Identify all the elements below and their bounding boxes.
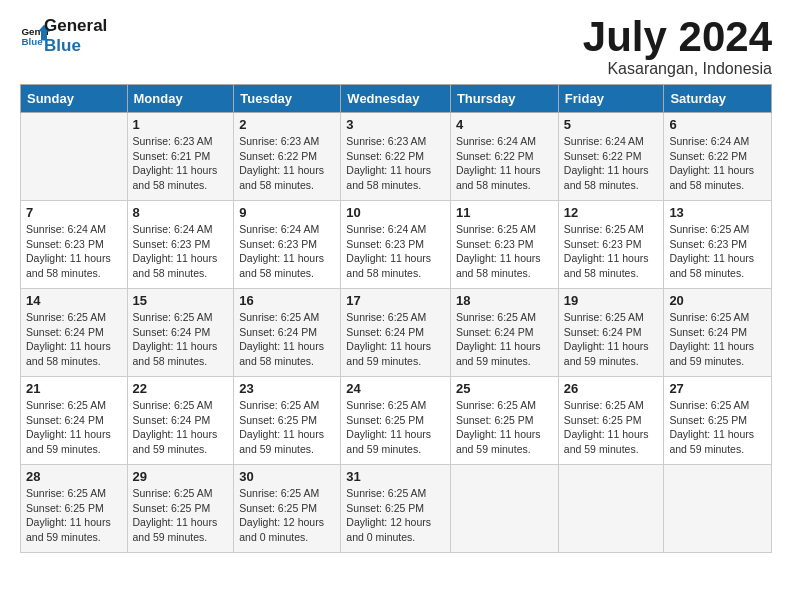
- day-number: 12: [564, 205, 659, 220]
- day-info: Sunrise: 6:25 AMSunset: 6:24 PMDaylight:…: [564, 310, 659, 369]
- day-cell: 3Sunrise: 6:23 AMSunset: 6:22 PMDaylight…: [341, 113, 451, 201]
- day-cell: [558, 465, 664, 553]
- day-cell: 22Sunrise: 6:25 AMSunset: 6:24 PMDayligh…: [127, 377, 234, 465]
- day-number: 3: [346, 117, 445, 132]
- day-cell: 29Sunrise: 6:25 AMSunset: 6:25 PMDayligh…: [127, 465, 234, 553]
- weekday-header-thursday: Thursday: [450, 85, 558, 113]
- week-row-3: 14Sunrise: 6:25 AMSunset: 6:24 PMDayligh…: [21, 289, 772, 377]
- day-number: 9: [239, 205, 335, 220]
- page-header: General Blue General Blue July 2024 Kasa…: [20, 16, 772, 78]
- location-title: Kasarangan, Indonesia: [583, 60, 772, 78]
- day-cell: 19Sunrise: 6:25 AMSunset: 6:24 PMDayligh…: [558, 289, 664, 377]
- day-info: Sunrise: 6:25 AMSunset: 6:25 PMDaylight:…: [346, 486, 445, 545]
- logo: General Blue General Blue: [20, 16, 107, 57]
- day-number: 17: [346, 293, 445, 308]
- day-info: Sunrise: 6:25 AMSunset: 6:25 PMDaylight:…: [26, 486, 122, 545]
- day-number: 23: [239, 381, 335, 396]
- day-cell: [664, 465, 772, 553]
- day-number: 6: [669, 117, 766, 132]
- day-cell: [450, 465, 558, 553]
- day-cell: 27Sunrise: 6:25 AMSunset: 6:25 PMDayligh…: [664, 377, 772, 465]
- day-number: 13: [669, 205, 766, 220]
- day-cell: 26Sunrise: 6:25 AMSunset: 6:25 PMDayligh…: [558, 377, 664, 465]
- day-info: Sunrise: 6:25 AMSunset: 6:24 PMDaylight:…: [133, 398, 229, 457]
- day-number: 21: [26, 381, 122, 396]
- day-info: Sunrise: 6:25 AMSunset: 6:24 PMDaylight:…: [26, 398, 122, 457]
- day-number: 14: [26, 293, 122, 308]
- title-block: July 2024 Kasarangan, Indonesia: [583, 16, 772, 78]
- day-cell: 6Sunrise: 6:24 AMSunset: 6:22 PMDaylight…: [664, 113, 772, 201]
- day-info: Sunrise: 6:25 AMSunset: 6:23 PMDaylight:…: [456, 222, 553, 281]
- day-info: Sunrise: 6:25 AMSunset: 6:25 PMDaylight:…: [456, 398, 553, 457]
- day-number: 18: [456, 293, 553, 308]
- day-number: 5: [564, 117, 659, 132]
- day-cell: 15Sunrise: 6:25 AMSunset: 6:24 PMDayligh…: [127, 289, 234, 377]
- day-cell: 28Sunrise: 6:25 AMSunset: 6:25 PMDayligh…: [21, 465, 128, 553]
- day-cell: 9Sunrise: 6:24 AMSunset: 6:23 PMDaylight…: [234, 201, 341, 289]
- day-cell: 11Sunrise: 6:25 AMSunset: 6:23 PMDayligh…: [450, 201, 558, 289]
- day-info: Sunrise: 6:25 AMSunset: 6:25 PMDaylight:…: [564, 398, 659, 457]
- day-info: Sunrise: 6:24 AMSunset: 6:22 PMDaylight:…: [456, 134, 553, 193]
- day-info: Sunrise: 6:25 AMSunset: 6:25 PMDaylight:…: [669, 398, 766, 457]
- day-info: Sunrise: 6:23 AMSunset: 6:22 PMDaylight:…: [346, 134, 445, 193]
- logo-blue: Blue: [44, 36, 107, 56]
- day-cell: 25Sunrise: 6:25 AMSunset: 6:25 PMDayligh…: [450, 377, 558, 465]
- day-info: Sunrise: 6:25 AMSunset: 6:24 PMDaylight:…: [456, 310, 553, 369]
- day-number: 2: [239, 117, 335, 132]
- day-info: Sunrise: 6:25 AMSunset: 6:25 PMDaylight:…: [133, 486, 229, 545]
- week-row-5: 28Sunrise: 6:25 AMSunset: 6:25 PMDayligh…: [21, 465, 772, 553]
- day-info: Sunrise: 6:25 AMSunset: 6:23 PMDaylight:…: [669, 222, 766, 281]
- day-info: Sunrise: 6:25 AMSunset: 6:25 PMDaylight:…: [346, 398, 445, 457]
- weekday-header-friday: Friday: [558, 85, 664, 113]
- day-cell: 13Sunrise: 6:25 AMSunset: 6:23 PMDayligh…: [664, 201, 772, 289]
- day-number: 25: [456, 381, 553, 396]
- svg-text:Blue: Blue: [22, 36, 44, 47]
- day-cell: 24Sunrise: 6:25 AMSunset: 6:25 PMDayligh…: [341, 377, 451, 465]
- day-number: 1: [133, 117, 229, 132]
- day-info: Sunrise: 6:25 AMSunset: 6:24 PMDaylight:…: [26, 310, 122, 369]
- day-info: Sunrise: 6:23 AMSunset: 6:21 PMDaylight:…: [133, 134, 229, 193]
- weekday-header-row: SundayMondayTuesdayWednesdayThursdayFrid…: [21, 85, 772, 113]
- day-cell: 10Sunrise: 6:24 AMSunset: 6:23 PMDayligh…: [341, 201, 451, 289]
- day-number: 20: [669, 293, 766, 308]
- day-number: 27: [669, 381, 766, 396]
- day-cell: 18Sunrise: 6:25 AMSunset: 6:24 PMDayligh…: [450, 289, 558, 377]
- day-info: Sunrise: 6:25 AMSunset: 6:24 PMDaylight:…: [133, 310, 229, 369]
- day-info: Sunrise: 6:24 AMSunset: 6:23 PMDaylight:…: [346, 222, 445, 281]
- day-info: Sunrise: 6:24 AMSunset: 6:23 PMDaylight:…: [26, 222, 122, 281]
- day-cell: 5Sunrise: 6:24 AMSunset: 6:22 PMDaylight…: [558, 113, 664, 201]
- day-info: Sunrise: 6:24 AMSunset: 6:22 PMDaylight:…: [564, 134, 659, 193]
- day-number: 31: [346, 469, 445, 484]
- day-number: 8: [133, 205, 229, 220]
- day-cell: 12Sunrise: 6:25 AMSunset: 6:23 PMDayligh…: [558, 201, 664, 289]
- day-cell: 21Sunrise: 6:25 AMSunset: 6:24 PMDayligh…: [21, 377, 128, 465]
- day-cell: 17Sunrise: 6:25 AMSunset: 6:24 PMDayligh…: [341, 289, 451, 377]
- day-cell: 14Sunrise: 6:25 AMSunset: 6:24 PMDayligh…: [21, 289, 128, 377]
- day-info: Sunrise: 6:24 AMSunset: 6:23 PMDaylight:…: [239, 222, 335, 281]
- day-number: 16: [239, 293, 335, 308]
- day-cell: 7Sunrise: 6:24 AMSunset: 6:23 PMDaylight…: [21, 201, 128, 289]
- month-title: July 2024: [583, 16, 772, 58]
- day-number: 22: [133, 381, 229, 396]
- day-info: Sunrise: 6:24 AMSunset: 6:23 PMDaylight:…: [133, 222, 229, 281]
- day-number: 26: [564, 381, 659, 396]
- day-cell: 31Sunrise: 6:25 AMSunset: 6:25 PMDayligh…: [341, 465, 451, 553]
- weekday-header-saturday: Saturday: [664, 85, 772, 113]
- day-number: 30: [239, 469, 335, 484]
- day-number: 10: [346, 205, 445, 220]
- day-info: Sunrise: 6:25 AMSunset: 6:25 PMDaylight:…: [239, 398, 335, 457]
- day-cell: 1Sunrise: 6:23 AMSunset: 6:21 PMDaylight…: [127, 113, 234, 201]
- day-number: 29: [133, 469, 229, 484]
- day-info: Sunrise: 6:25 AMSunset: 6:24 PMDaylight:…: [346, 310, 445, 369]
- day-info: Sunrise: 6:25 AMSunset: 6:24 PMDaylight:…: [669, 310, 766, 369]
- day-cell: 30Sunrise: 6:25 AMSunset: 6:25 PMDayligh…: [234, 465, 341, 553]
- calendar-table: SundayMondayTuesdayWednesdayThursdayFrid…: [20, 84, 772, 553]
- logo-general: General: [44, 16, 107, 36]
- week-row-2: 7Sunrise: 6:24 AMSunset: 6:23 PMDaylight…: [21, 201, 772, 289]
- day-cell: 4Sunrise: 6:24 AMSunset: 6:22 PMDaylight…: [450, 113, 558, 201]
- day-info: Sunrise: 6:25 AMSunset: 6:24 PMDaylight:…: [239, 310, 335, 369]
- day-number: 4: [456, 117, 553, 132]
- day-cell: [21, 113, 128, 201]
- day-number: 24: [346, 381, 445, 396]
- week-row-4: 21Sunrise: 6:25 AMSunset: 6:24 PMDayligh…: [21, 377, 772, 465]
